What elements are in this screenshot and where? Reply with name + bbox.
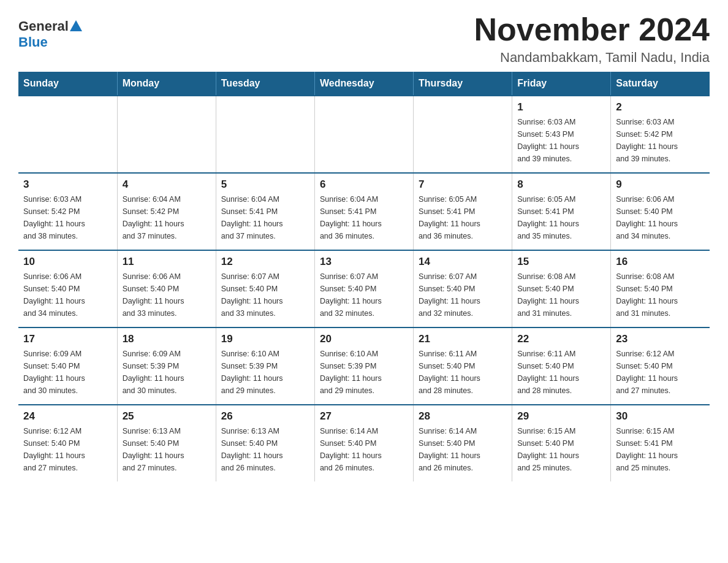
calendar-cell: 28Sunrise: 6:14 AMSunset: 5:40 PMDayligh… xyxy=(414,405,512,481)
calendar-header-row: SundayMondayTuesdayWednesdayThursdayFrid… xyxy=(18,72,710,96)
calendar-cell: 3Sunrise: 6:03 AMSunset: 5:42 PMDaylight… xyxy=(18,173,117,250)
day-info: Sunrise: 6:05 AMSunset: 5:41 PMDaylight:… xyxy=(419,193,507,242)
calendar-cell: 27Sunrise: 6:14 AMSunset: 5:40 PMDayligh… xyxy=(314,405,413,481)
day-info: Sunrise: 6:08 AMSunset: 5:40 PMDaylight:… xyxy=(616,270,705,320)
calendar-cell xyxy=(117,96,216,173)
calendar-cell: 10Sunrise: 6:06 AMSunset: 5:40 PMDayligh… xyxy=(18,250,117,327)
week-row-1: 1Sunrise: 6:03 AMSunset: 5:43 PMDaylight… xyxy=(18,96,710,173)
header-sunday: Sunday xyxy=(18,72,117,96)
calendar-cell: 25Sunrise: 6:13 AMSunset: 5:40 PMDayligh… xyxy=(117,405,216,481)
header-saturday: Saturday xyxy=(611,72,710,96)
day-info: Sunrise: 6:04 AMSunset: 5:42 PMDaylight:… xyxy=(123,193,211,242)
logo-blue: Blue xyxy=(18,34,48,50)
week-row-5: 24Sunrise: 6:12 AMSunset: 5:40 PMDayligh… xyxy=(18,405,710,481)
day-info: Sunrise: 6:14 AMSunset: 5:40 PMDaylight:… xyxy=(419,425,507,474)
day-number: 13 xyxy=(320,256,408,268)
calendar-table: SundayMondayTuesdayWednesdayThursdayFrid… xyxy=(18,72,710,481)
day-info: Sunrise: 6:03 AMSunset: 5:42 PMDaylight:… xyxy=(23,193,112,242)
calendar-cell: 1Sunrise: 6:03 AMSunset: 5:43 PMDaylight… xyxy=(512,96,611,173)
page-header: General Blue November 2024 Nandambakkam,… xyxy=(18,12,710,66)
week-row-4: 17Sunrise: 6:09 AMSunset: 5:40 PMDayligh… xyxy=(18,327,710,405)
calendar-cell: 30Sunrise: 6:15 AMSunset: 5:41 PMDayligh… xyxy=(611,405,710,481)
day-number: 14 xyxy=(419,256,507,268)
calendar-cell: 11Sunrise: 6:06 AMSunset: 5:40 PMDayligh… xyxy=(117,250,216,327)
calendar-cell xyxy=(216,96,314,173)
day-info: Sunrise: 6:07 AMSunset: 5:40 PMDaylight:… xyxy=(221,270,309,320)
day-number: 3 xyxy=(23,178,112,191)
day-number: 11 xyxy=(123,256,211,268)
day-info: Sunrise: 6:03 AMSunset: 5:42 PMDaylight:… xyxy=(616,116,705,165)
calendar-cell: 23Sunrise: 6:12 AMSunset: 5:40 PMDayligh… xyxy=(611,327,710,405)
header-tuesday: Tuesday xyxy=(216,72,314,96)
calendar-cell: 18Sunrise: 6:09 AMSunset: 5:39 PMDayligh… xyxy=(117,327,216,405)
day-info: Sunrise: 6:14 AMSunset: 5:40 PMDaylight:… xyxy=(320,425,408,474)
day-number: 12 xyxy=(221,256,309,268)
day-info: Sunrise: 6:07 AMSunset: 5:40 PMDaylight:… xyxy=(320,270,408,320)
calendar-cell: 22Sunrise: 6:11 AMSunset: 5:40 PMDayligh… xyxy=(512,327,611,405)
day-info: Sunrise: 6:11 AMSunset: 5:40 PMDaylight:… xyxy=(517,348,605,397)
calendar-cell: 7Sunrise: 6:05 AMSunset: 5:41 PMDaylight… xyxy=(414,173,512,250)
day-info: Sunrise: 6:06 AMSunset: 5:40 PMDaylight:… xyxy=(616,193,705,242)
logo-triangle-icon xyxy=(70,20,82,31)
calendar-cell: 12Sunrise: 6:07 AMSunset: 5:40 PMDayligh… xyxy=(216,250,314,327)
calendar-cell xyxy=(314,96,413,173)
day-number: 19 xyxy=(221,333,309,345)
header-thursday: Thursday xyxy=(414,72,512,96)
day-number: 10 xyxy=(23,256,112,268)
day-info: Sunrise: 6:15 AMSunset: 5:40 PMDaylight:… xyxy=(517,425,605,474)
day-number: 7 xyxy=(419,178,507,191)
calendar-cell: 20Sunrise: 6:10 AMSunset: 5:39 PMDayligh… xyxy=(314,327,413,405)
day-info: Sunrise: 6:13 AMSunset: 5:40 PMDaylight:… xyxy=(123,425,211,474)
day-number: 15 xyxy=(517,256,605,268)
day-number: 26 xyxy=(221,410,309,423)
month-title: November 2024 xyxy=(474,12,710,47)
day-number: 24 xyxy=(23,410,112,423)
day-info: Sunrise: 6:06 AMSunset: 5:40 PMDaylight:… xyxy=(123,270,211,320)
calendar-cell: 15Sunrise: 6:08 AMSunset: 5:40 PMDayligh… xyxy=(512,250,611,327)
day-number: 18 xyxy=(123,333,211,345)
day-info: Sunrise: 6:12 AMSunset: 5:40 PMDaylight:… xyxy=(616,348,705,397)
day-info: Sunrise: 6:12 AMSunset: 5:40 PMDaylight:… xyxy=(23,425,112,474)
day-number: 5 xyxy=(221,178,309,191)
calendar-cell: 5Sunrise: 6:04 AMSunset: 5:41 PMDaylight… xyxy=(216,173,314,250)
day-info: Sunrise: 6:15 AMSunset: 5:41 PMDaylight:… xyxy=(616,425,705,474)
calendar-cell: 16Sunrise: 6:08 AMSunset: 5:40 PMDayligh… xyxy=(611,250,710,327)
day-number: 1 xyxy=(517,101,605,113)
calendar-cell: 6Sunrise: 6:04 AMSunset: 5:41 PMDaylight… xyxy=(314,173,413,250)
week-row-2: 3Sunrise: 6:03 AMSunset: 5:42 PMDaylight… xyxy=(18,173,710,250)
day-number: 4 xyxy=(123,178,211,191)
calendar-cell: 19Sunrise: 6:10 AMSunset: 5:39 PMDayligh… xyxy=(216,327,314,405)
day-number: 28 xyxy=(419,410,507,423)
calendar-cell: 26Sunrise: 6:13 AMSunset: 5:40 PMDayligh… xyxy=(216,405,314,481)
day-number: 16 xyxy=(616,256,705,268)
day-number: 23 xyxy=(616,333,705,345)
calendar-cell: 13Sunrise: 6:07 AMSunset: 5:40 PMDayligh… xyxy=(314,250,413,327)
day-info: Sunrise: 6:04 AMSunset: 5:41 PMDaylight:… xyxy=(320,193,408,242)
day-number: 8 xyxy=(517,178,605,191)
day-number: 6 xyxy=(320,178,408,191)
day-info: Sunrise: 6:11 AMSunset: 5:40 PMDaylight:… xyxy=(419,348,507,397)
day-info: Sunrise: 6:04 AMSunset: 5:41 PMDaylight:… xyxy=(221,193,309,242)
calendar-cell: 2Sunrise: 6:03 AMSunset: 5:42 PMDaylight… xyxy=(611,96,710,173)
day-number: 17 xyxy=(23,333,112,345)
calendar-cell xyxy=(414,96,512,173)
day-info: Sunrise: 6:10 AMSunset: 5:39 PMDaylight:… xyxy=(221,348,309,397)
header-friday: Friday xyxy=(512,72,611,96)
calendar-cell xyxy=(18,96,117,173)
day-number: 27 xyxy=(320,410,408,423)
title-block: November 2024 Nandambakkam, Tamil Nadu, … xyxy=(474,12,710,66)
day-info: Sunrise: 6:05 AMSunset: 5:41 PMDaylight:… xyxy=(517,193,605,242)
day-info: Sunrise: 6:06 AMSunset: 5:40 PMDaylight:… xyxy=(23,270,112,320)
header-monday: Monday xyxy=(117,72,216,96)
day-info: Sunrise: 6:09 AMSunset: 5:39 PMDaylight:… xyxy=(123,348,211,397)
calendar-cell: 17Sunrise: 6:09 AMSunset: 5:40 PMDayligh… xyxy=(18,327,117,405)
day-number: 29 xyxy=(517,410,605,423)
week-row-3: 10Sunrise: 6:06 AMSunset: 5:40 PMDayligh… xyxy=(18,250,710,327)
day-number: 9 xyxy=(616,178,705,191)
day-info: Sunrise: 6:08 AMSunset: 5:40 PMDaylight:… xyxy=(517,270,605,320)
logo-general: General xyxy=(18,18,69,34)
day-info: Sunrise: 6:13 AMSunset: 5:40 PMDaylight:… xyxy=(221,425,309,474)
day-number: 22 xyxy=(517,333,605,345)
day-number: 2 xyxy=(616,101,705,113)
calendar-cell: 14Sunrise: 6:07 AMSunset: 5:40 PMDayligh… xyxy=(414,250,512,327)
